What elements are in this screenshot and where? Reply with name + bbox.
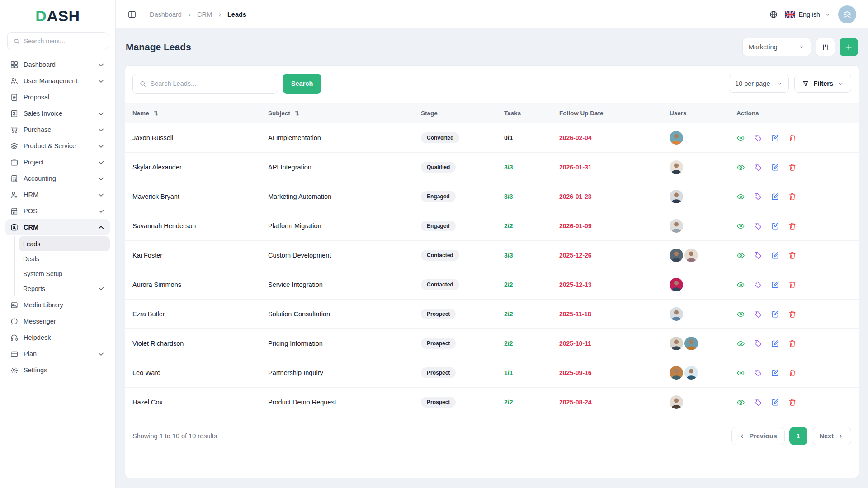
tag-lead-button[interactable]	[754, 310, 762, 319]
user-avatar[interactable]	[684, 366, 698, 380]
user-avatar[interactable]	[684, 337, 698, 350]
sidebar-toggle-icon[interactable]	[127, 10, 137, 19]
sidebar-item-sales-invoice[interactable]: Sales Invoice	[5, 105, 110, 122]
sidebar-item-media-library[interactable]: Media Library	[5, 297, 110, 313]
sidebar-item-purchase[interactable]: Purchase	[5, 122, 110, 138]
sidebar-item-user-management[interactable]: User Management	[5, 73, 110, 89]
kanban-view-button[interactable]	[816, 38, 835, 56]
sidebar-subitem-deals[interactable]: Deals	[19, 251, 110, 266]
sidebar-subitem-reports[interactable]: Reports	[19, 281, 110, 296]
leads-search-input[interactable]	[151, 80, 271, 87]
delete-lead-button[interactable]	[788, 339, 797, 348]
stage-badge: Prospect	[421, 397, 456, 408]
column-header-tasks: Tasks	[497, 103, 552, 123]
tag-lead-button[interactable]	[754, 398, 762, 407]
breadcrumb-dashboard[interactable]: Dashboard	[150, 11, 182, 18]
view-lead-button[interactable]	[736, 222, 745, 230]
sidebar-item-hrm[interactable]: HRM	[5, 187, 110, 203]
view-lead-button[interactable]	[736, 134, 745, 142]
user-avatar[interactable]	[670, 131, 683, 145]
page-1-button[interactable]: 1	[789, 427, 807, 445]
delete-lead-button[interactable]	[788, 222, 797, 230]
project-icon	[10, 158, 19, 167]
lead-subject: Service Integration	[268, 281, 323, 288]
delete-lead-button[interactable]	[788, 192, 797, 201]
view-lead-button[interactable]	[736, 310, 745, 319]
sidebar-item-plan[interactable]: Plan	[5, 346, 110, 362]
view-lead-button[interactable]	[736, 281, 745, 289]
user-avatar[interactable]	[670, 160, 683, 174]
delete-lead-button[interactable]	[788, 163, 797, 172]
user-avatar[interactable]	[684, 249, 698, 262]
chevron-down-icon	[776, 80, 783, 87]
user-avatar[interactable]	[670, 190, 683, 203]
sidebar-item-pos[interactable]: POS	[5, 203, 110, 219]
sidebar-item-settings[interactable]: Settings	[5, 362, 110, 378]
tag-lead-button[interactable]	[754, 134, 762, 142]
chevron-down-icon	[97, 174, 105, 183]
edit-lead-button[interactable]	[771, 163, 779, 172]
sidebar-item-proposal[interactable]: Proposal	[5, 89, 110, 105]
user-avatar[interactable]	[670, 249, 683, 262]
user-avatar[interactable]	[670, 395, 683, 409]
edit-lead-button[interactable]	[771, 369, 779, 377]
delete-lead-button[interactable]	[788, 134, 797, 142]
edit-lead-button[interactable]	[771, 310, 779, 319]
sidebar-item-project[interactable]: Project	[5, 154, 110, 170]
sidebar-item-helpdesk[interactable]: Helpdesk	[5, 329, 110, 346]
sidebar-item-accounting[interactable]: Accounting	[5, 170, 110, 187]
language-selector[interactable]: English	[785, 11, 831, 18]
tag-lead-button[interactable]	[754, 222, 762, 230]
user-avatar[interactable]	[670, 307, 683, 321]
per-page-select[interactable]: 10 per page	[729, 75, 789, 93]
user-avatar[interactable]	[670, 337, 683, 350]
delete-lead-button[interactable]	[788, 369, 797, 377]
sort-icon[interactable]	[152, 110, 159, 117]
sidebar-item-label: CRM	[24, 224, 38, 231]
sort-icon[interactable]	[293, 110, 300, 117]
delete-lead-button[interactable]	[788, 281, 797, 289]
edit-lead-button[interactable]	[771, 281, 779, 289]
tag-lead-button[interactable]	[754, 163, 762, 172]
user-avatar[interactable]	[670, 366, 683, 380]
profile-avatar[interactable]	[838, 5, 856, 23]
user-avatar[interactable]	[670, 219, 683, 233]
next-page-button[interactable]: Next	[812, 427, 851, 445]
previous-page-button[interactable]: Previous	[731, 427, 784, 445]
tag-lead-button[interactable]	[754, 281, 762, 289]
sidebar-subitem-system-setup[interactable]: System Setup	[19, 266, 110, 281]
tag-lead-button[interactable]	[754, 251, 762, 260]
edit-lead-button[interactable]	[771, 222, 779, 230]
view-lead-button[interactable]	[736, 163, 745, 172]
view-lead-button[interactable]	[736, 339, 745, 348]
breadcrumb-crm[interactable]: CRM	[197, 11, 212, 18]
filters-button[interactable]: Filters	[794, 75, 851, 93]
edit-lead-button[interactable]	[771, 251, 779, 260]
edit-lead-button[interactable]	[771, 339, 779, 348]
sidebar-item-crm[interactable]: CRM	[5, 219, 110, 235]
sidebar-item-messenger[interactable]: Messenger	[5, 313, 110, 329]
edit-lead-button[interactable]	[771, 398, 779, 407]
delete-lead-button[interactable]	[788, 251, 797, 260]
tag-lead-button[interactable]	[754, 369, 762, 377]
sidebar-item-product-service[interactable]: Product & Service	[5, 138, 110, 154]
edit-lead-button[interactable]	[771, 192, 779, 201]
view-lead-button[interactable]	[736, 398, 745, 407]
view-lead-button[interactable]	[736, 369, 745, 377]
edit-lead-button[interactable]	[771, 134, 779, 142]
sidebar-subitem-leads[interactable]: Leads	[19, 236, 110, 251]
user-avatar[interactable]	[670, 278, 683, 291]
delete-lead-button[interactable]	[788, 310, 797, 319]
tag-lead-button[interactable]	[754, 339, 762, 348]
tag-lead-button[interactable]	[754, 192, 762, 201]
follow-up-date: 2025-12-13	[559, 281, 592, 288]
delete-lead-button[interactable]	[788, 398, 797, 407]
team-select[interactable]: Marketing	[742, 38, 811, 56]
view-lead-button[interactable]	[736, 192, 745, 201]
sidebar-item-dashboard[interactable]: Dashboard	[5, 56, 110, 73]
search-button[interactable]: Search	[283, 74, 321, 94]
globe-icon[interactable]	[769, 10, 778, 19]
view-lead-button[interactable]	[736, 251, 745, 260]
sidebar-search-input[interactable]	[24, 38, 102, 45]
add-lead-button[interactable]	[840, 38, 858, 56]
